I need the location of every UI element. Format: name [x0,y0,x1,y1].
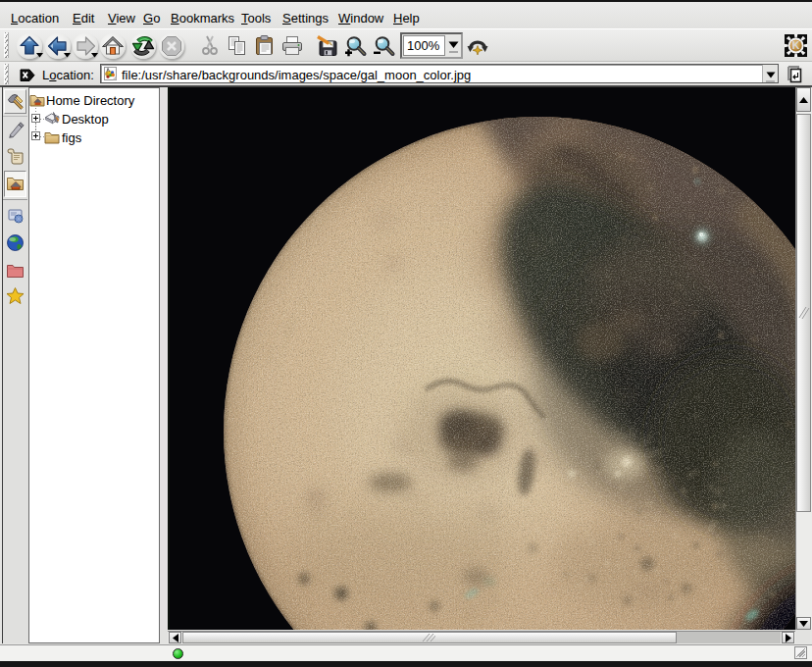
svg-text:K: K [792,39,800,51]
